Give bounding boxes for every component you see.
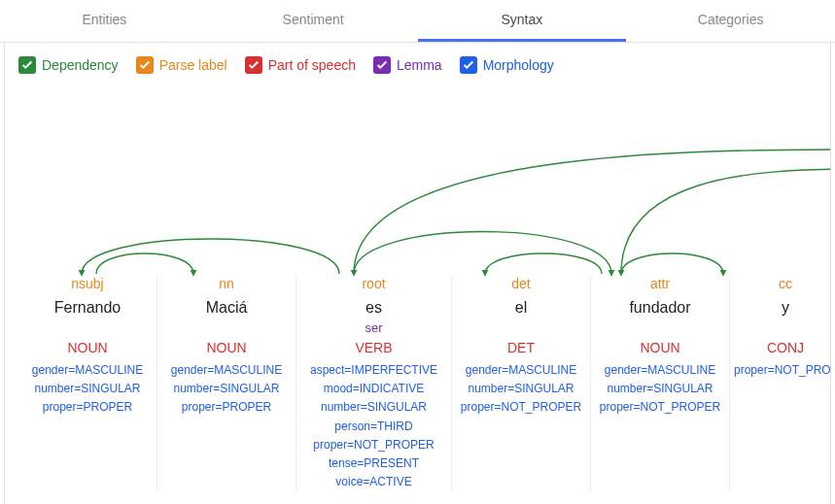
check-icon — [136, 56, 154, 74]
token-morph: aspect=IMPERFECTIVE mood=INDICATIVE numb… — [300, 361, 447, 491]
token-word: Maciá — [161, 299, 292, 317]
tab-sentiment[interactable]: Sentiment — [209, 0, 418, 42]
check-icon — [245, 56, 262, 74]
check-icon — [460, 56, 477, 74]
legend: Dependency Parse label Part of speech Le… — [18, 52, 817, 76]
token-pos: VERB — [300, 340, 447, 355]
token: det el DET gender=MASCULINE number=SINGU… — [452, 276, 591, 491]
legend-pos[interactable]: Part of speech — [245, 56, 356, 74]
parse-label: nsubj — [22, 276, 153, 293]
token-morph: gender=MASCULINE number=SINGULAR proper=… — [595, 361, 725, 418]
token-lemma — [456, 320, 586, 336]
check-icon — [18, 56, 36, 74]
token-lemma: ser — [300, 320, 447, 336]
dependency-arcs — [18, 82, 831, 286]
legend-morphology[interactable]: Morphology — [460, 56, 554, 74]
parse-label: cc — [734, 276, 831, 293]
token-lemma — [22, 320, 153, 336]
token-pos: NOUN — [22, 340, 153, 355]
token-morph: proper=NOT_PROPER — [734, 361, 831, 380]
token-word: el — [456, 299, 586, 317]
tabs: Entities Sentiment Syntax Categories — [0, 0, 835, 43]
tab-syntax[interactable]: Syntax — [418, 0, 627, 42]
parse-label: attr — [595, 276, 725, 293]
token-lemma — [734, 320, 831, 336]
tokens-row: nsubj Fernando NOUN gender=MASCULINE num… — [18, 276, 831, 491]
token-pos: DET — [456, 340, 586, 355]
token-word: y — [734, 299, 831, 317]
token: cc y CONJ proper=NOT_PROPER — [730, 276, 831, 491]
tab-entities[interactable]: Entities — [0, 0, 209, 42]
check-icon — [373, 56, 391, 74]
token-word: Fernando — [22, 299, 153, 317]
parse-label: nn — [161, 276, 292, 293]
token-pos: NOUN — [595, 340, 725, 355]
token-lemma — [595, 320, 725, 336]
syntax-area: nsubj Fernando NOUN gender=MASCULINE num… — [18, 82, 817, 489]
parse-label: det — [456, 276, 586, 293]
token-word: es — [300, 299, 447, 317]
token: nn Maciá NOUN gender=MASCULINE number=SI… — [157, 276, 296, 491]
token: root es ser VERB aspect=IMPERFECTIVE moo… — [296, 276, 452, 491]
parse-label: root — [300, 276, 447, 293]
token-morph: gender=MASCULINE number=SINGULAR proper=… — [161, 361, 292, 418]
syntax-panel: Dependency Parse label Part of speech Le… — [4, 43, 831, 504]
legend-dependency[interactable]: Dependency — [18, 56, 119, 74]
token-pos: NOUN — [161, 340, 292, 355]
tab-categories[interactable]: Categories — [626, 0, 835, 42]
legend-lemma[interactable]: Lemma — [373, 56, 442, 74]
token-lemma — [161, 320, 292, 336]
token: attr fundador NOUN gender=MASCULINE numb… — [591, 276, 730, 491]
token-word: fundador — [595, 299, 725, 317]
legend-parse-label[interactable]: Parse label — [136, 56, 227, 74]
token-morph: gender=MASCULINE number=SINGULAR proper=… — [22, 361, 153, 418]
token-pos: CONJ — [734, 340, 831, 355]
token: nsubj Fernando NOUN gender=MASCULINE num… — [18, 276, 157, 491]
token-morph: gender=MASCULINE number=SINGULAR proper=… — [456, 361, 586, 418]
